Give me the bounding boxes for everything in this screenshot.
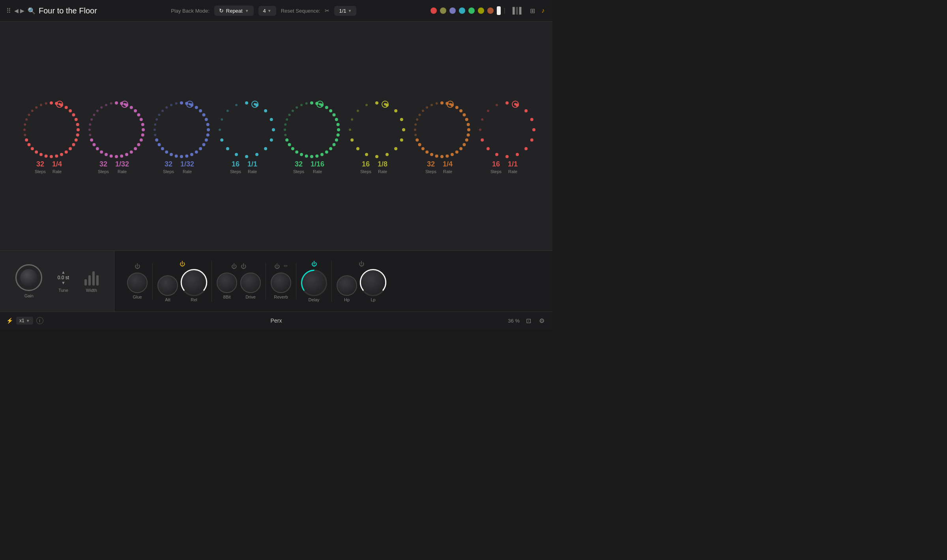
track-circle-4[interactable] [215, 98, 278, 161]
circle-item-5[interactable]: 32Steps1/16Rate [280, 98, 337, 174]
glue-power-button[interactable]: ⏻ [135, 263, 140, 269]
rate-value-2[interactable]: 1/32 [115, 160, 129, 168]
circle-item-7[interactable]: 32Steps1/4Rate [410, 98, 468, 174]
track-circle-2[interactable] [85, 98, 148, 161]
rel-knob[interactable] [181, 270, 207, 296]
tune-up-arrow[interactable]: ▲ [61, 270, 66, 275]
svg-point-15 [55, 155, 58, 158]
drive-knob[interactable] [240, 273, 261, 293]
steps-value-1[interactable]: 32 [36, 160, 44, 168]
circle-wrap-4 [215, 98, 272, 155]
track-circle-5[interactable] [280, 98, 343, 161]
svg-point-85 [175, 155, 178, 158]
settings-button[interactable]: ⚙ [537, 315, 546, 326]
steps-value-3[interactable]: 32 [165, 160, 172, 168]
hp-power-button[interactable]: ⏻ [359, 261, 364, 267]
rate-value-6[interactable]: 1/8 [378, 160, 387, 168]
svg-point-186 [451, 153, 454, 156]
tune-arrows: ▲ 0.0 st ▼ [58, 270, 69, 286]
svg-point-3 [65, 106, 68, 109]
playback-mode-button[interactable]: ↻ Repeat ▼ [214, 6, 254, 16]
info-button[interactable]: i [36, 317, 43, 324]
rate-value-3[interactable]: 1/32 [180, 160, 194, 168]
track-circle-7[interactable] [410, 98, 474, 161]
track-color-1[interactable] [430, 7, 437, 14]
width-bar-1 [84, 279, 87, 286]
track-circle-8[interactable] [475, 98, 539, 161]
gain-knob[interactable] [15, 264, 42, 291]
rate-value-1[interactable]: 1/4 [52, 160, 62, 168]
svg-point-62 [96, 110, 99, 112]
svg-point-134 [320, 153, 324, 156]
hp-knob[interactable] [337, 275, 357, 296]
reset-value-button[interactable]: 1/1 ▼ [334, 6, 356, 16]
track-circle-6[interactable] [345, 98, 408, 161]
multiplier-control[interactable]: x1 ▼ [16, 317, 33, 325]
pencil-icon[interactable]: ✏ [284, 263, 288, 269]
rate-value-5[interactable]: 1/16 [311, 160, 324, 168]
track-color-4[interactable] [459, 7, 465, 14]
steps-value-6[interactable]: 16 [362, 160, 370, 168]
track-color-2[interactable] [440, 7, 446, 14]
steps-value-7[interactable]: 32 [427, 160, 435, 168]
circle-item-3[interactable]: 32Steps1/32Rate [150, 98, 207, 174]
att-knob[interactable] [157, 275, 178, 296]
svg-point-160 [394, 147, 397, 150]
track-color-3[interactable] [449, 7, 456, 14]
steps-value-4[interactable]: 16 [232, 160, 240, 168]
circle-item-8[interactable]: 16Steps1/1Rate [475, 98, 533, 174]
delay-power-button[interactable]: ⏻ [311, 261, 317, 267]
drive-power-button[interactable]: ⏻ [241, 263, 246, 269]
search-icon[interactable]: 🔍 [28, 7, 36, 15]
reverb-power-button[interactable]: ⏻ [274, 263, 280, 269]
grid-view-button[interactable]: ⊞ [528, 6, 537, 16]
circle-item-6[interactable]: 16Steps1/8Rate [345, 98, 402, 174]
width-bars[interactable] [84, 270, 99, 286]
track-color-7[interactable] [487, 7, 494, 14]
track-color-6[interactable] [478, 7, 484, 14]
svg-point-125 [333, 113, 336, 116]
svg-point-198 [416, 118, 418, 121]
steps-value-5[interactable]: 32 [295, 160, 303, 168]
circle-item-1[interactable]: 32Steps1/4Rate [20, 98, 77, 174]
playback-dropdown-arrow: ▼ [245, 9, 249, 13]
reverb-knob[interactable] [271, 273, 291, 293]
tune-down-arrow[interactable]: ▼ [61, 280, 66, 286]
tune-knob-item: ▲ 0.0 st ▼ Tune [58, 270, 69, 293]
circle-item-4[interactable]: 16Steps1/1Rate [215, 98, 272, 174]
grid-icon[interactable]: ⠿ [6, 7, 11, 15]
svg-point-175 [455, 106, 459, 109]
track-circle-3[interactable] [150, 98, 213, 161]
tune-label: Tune [58, 288, 68, 293]
nav-left-icon[interactable]: ◀ [14, 7, 19, 14]
bit-power-button[interactable]: ⏻ [231, 263, 237, 269]
bit-knob[interactable] [217, 273, 237, 293]
rate-value-8[interactable]: 1/1 [508, 160, 518, 168]
delay-knob[interactable] [301, 270, 327, 296]
steps-value-2[interactable]: 32 [99, 160, 107, 168]
gain-knob-item: Gain [15, 264, 42, 298]
rel-label: Rel [181, 297, 207, 302]
track-color-8[interactable] [497, 6, 501, 15]
nav-right-icon[interactable]: ▶ [20, 7, 24, 14]
track-circle-1[interactable] [20, 98, 83, 161]
bit-drive-section: ⏻ ⏻ 8Bit Drive [212, 263, 266, 299]
lp-knob[interactable] [360, 270, 386, 296]
rate-value-4[interactable]: 1/1 [247, 160, 257, 168]
svg-point-145 [284, 123, 286, 126]
att-power-button[interactable]: ⏻ [180, 261, 185, 267]
steps-button[interactable]: 4 ▼ [258, 6, 276, 16]
resize-button[interactable]: ⊡ [524, 315, 533, 326]
svg-point-51 [110, 155, 113, 158]
waveform-button[interactable]: ▐║▌ [509, 6, 525, 16]
rate-value-7[interactable]: 1/4 [443, 160, 453, 168]
svg-point-211 [530, 138, 533, 142]
steps-value: 4 [263, 8, 266, 14]
music-note-button[interactable]: ♪ [540, 6, 546, 16]
steps-value-8[interactable]: 16 [492, 160, 500, 168]
glue-knob[interactable] [127, 273, 148, 293]
topbar-center: Play Back Mode: ↻ Repeat ▼ 4 ▼ Reset Seq… [103, 6, 424, 16]
circle-info-4: 16Steps1/1Rate [230, 160, 257, 174]
circle-item-2[interactable]: 32Steps1/32Rate [85, 98, 142, 174]
track-color-5[interactable] [468, 7, 475, 14]
